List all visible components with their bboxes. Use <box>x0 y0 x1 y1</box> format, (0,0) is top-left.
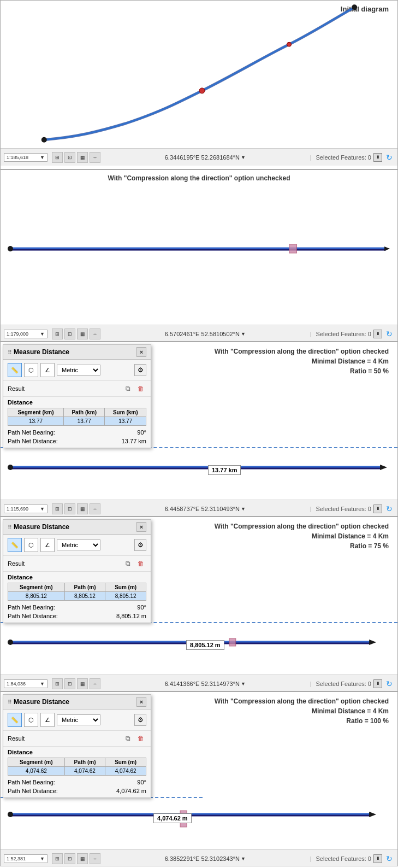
coord-display-3: 6.4458737°E 52.3110493°N ▼ <box>105 506 306 512</box>
distance-row-5: 4,074.62 4,074.62 4,074.62 <box>8 767 146 776</box>
dialog-bearing-5: Path Net Bearing: 90° <box>3 778 151 787</box>
refresh-btn-1[interactable]: ↻ <box>384 153 394 162</box>
measure-dialog-4: ⠿ Measure Distance × 📏 ⬡ ∠ Metric ⚙ Resu… <box>3 519 151 623</box>
pause-btn-1[interactable]: ⏸ <box>373 153 382 162</box>
zoom-full-btn-1[interactable]: ⊞ <box>52 152 63 163</box>
dialog-close-3[interactable]: × <box>136 347 146 357</box>
coord-display-5: 6.3852291°E 52.3102343°N ▼ <box>105 855 306 862</box>
path-svg-2 <box>1 170 397 325</box>
zoom-layer-btn-2[interactable]: ⊡ <box>64 329 75 339</box>
drag-handle-5: ⠿ <box>8 699 11 705</box>
metric-select-3[interactable]: Metric <box>57 365 100 376</box>
copy-icon-3[interactable]: ⧉ <box>122 383 133 394</box>
path-svg-1 <box>1 1 397 148</box>
scale-combo-3[interactable]: 1:115,690 ▼ <box>4 505 47 513</box>
scale-combo-2[interactable]: 1:179,000 ▼ <box>4 330 47 338</box>
scale-combo-4[interactable]: 1:84,036 ▼ <box>4 679 47 688</box>
angle-tool-3[interactable]: ∠ <box>40 363 55 377</box>
scale-value-2: 1:179,000 <box>7 331 28 337</box>
selected-info-4: Selected Features: 0 <box>316 681 371 687</box>
metric-select-4[interactable]: Metric <box>57 539 100 550</box>
pan-btn-2[interactable]: ↔ <box>90 329 100 339</box>
zoom-layer-btn-1[interactable]: ⊡ <box>64 152 75 163</box>
grid-btn-2[interactable]: ▦ <box>77 329 88 339</box>
angle-tool-5[interactable]: ∠ <box>40 713 55 727</box>
distance-table-5: Segment (m) Path (m) Sum (m) 4,074.62 4,… <box>8 758 146 776</box>
coord-arrow-1[interactable]: ▼ <box>241 155 246 160</box>
result-label-5: Result <box>8 735 25 742</box>
erase-icon-4[interactable]: 🗑 <box>135 558 146 569</box>
pause-btn-4[interactable]: ⏸ <box>373 679 382 688</box>
pause-btn-3[interactable]: ⏸ <box>373 505 382 513</box>
dialog-bearing-3: Path Net Bearing: 90° <box>3 428 151 437</box>
val3-3: 13.77 <box>105 417 146 426</box>
coord-arrow-3[interactable]: ▼ <box>241 506 246 512</box>
map-lines-5 <box>1 799 397 842</box>
panel-1: Initial diagram 1:185,618 ▼ ⊞ ⊡ ▦ ↔ 6.34… <box>0 0 398 169</box>
refresh-btn-2[interactable]: ↻ <box>384 329 394 339</box>
col2-header-4: Path (m) <box>64 583 105 592</box>
gear-btn-4[interactable]: ⚙ <box>134 539 146 551</box>
zoom-layer-btn-4[interactable]: ⊡ <box>64 678 75 689</box>
angle-tool-4[interactable]: ∠ <box>40 538 55 552</box>
area-tool-5[interactable]: ⬡ <box>24 713 38 727</box>
copy-icon-5[interactable]: ⧉ <box>122 733 133 744</box>
metric-select-5[interactable]: Metric <box>57 714 100 725</box>
dialog-close-5[interactable]: × <box>136 697 146 707</box>
selected-info-3: Selected Features: 0 <box>316 506 371 512</box>
grid-btn-3[interactable]: ▦ <box>77 503 88 514</box>
col3-header-3: Sum (km) <box>105 408 146 417</box>
dialog-toolbar-3: 📏 ⬡ ∠ Metric ⚙ <box>3 360 151 381</box>
svg-point-0 <box>41 137 47 143</box>
zoom-full-btn-2[interactable]: ⊞ <box>52 329 63 339</box>
dialog-title-4: Measure Distance <box>14 523 69 531</box>
grid-btn-4[interactable]: ▦ <box>77 678 88 689</box>
coord-arrow-2[interactable]: ▼ <box>241 331 246 337</box>
dialog-close-4[interactable]: × <box>136 522 146 532</box>
gear-btn-5[interactable]: ⚙ <box>134 714 146 726</box>
refresh-btn-4[interactable]: ↻ <box>384 679 394 689</box>
ruler-tool-4[interactable]: 📏 <box>8 538 22 552</box>
zoom-layer-btn-3[interactable]: ⊡ <box>64 503 75 514</box>
pan-btn-4[interactable]: ↔ <box>90 678 100 689</box>
svg-point-20 <box>8 812 13 817</box>
panel-3: With "Compression along the direction" o… <box>0 342 398 517</box>
scale-combo-1[interactable]: 1:185,618 ▼ <box>4 153 47 162</box>
val2-5: 4,074.62 <box>64 767 105 776</box>
copy-icon-4[interactable]: ⧉ <box>122 558 133 569</box>
pan-btn-1[interactable]: ↔ <box>90 152 100 163</box>
pause-btn-5[interactable]: ⏸ <box>373 854 382 863</box>
zoom-full-btn-3[interactable]: ⊞ <box>52 503 63 514</box>
erase-icon-3[interactable]: 🗑 <box>135 383 146 394</box>
col1-header-3: Segment (km) <box>8 408 64 417</box>
area-tool-4[interactable]: ⬡ <box>24 538 38 552</box>
svg-point-1 <box>352 4 357 10</box>
svg-marker-12 <box>380 465 387 470</box>
coord-arrow-4[interactable]: ▼ <box>241 681 246 687</box>
ruler-tool-3[interactable]: 📏 <box>8 363 22 377</box>
dialog-toolbar-5: 📏 ⬡ ∠ Metric ⚙ <box>3 709 151 731</box>
pan-btn-5[interactable]: ↔ <box>90 853 100 864</box>
panel3-title: With "Compression along the direction" o… <box>215 347 389 376</box>
refresh-btn-3[interactable]: ↻ <box>384 504 394 514</box>
dialog-title-3: Measure Distance <box>14 348 69 356</box>
zoom-full-btn-4[interactable]: ⊞ <box>52 678 63 689</box>
zoom-full-btn-5[interactable]: ⊞ <box>52 853 63 864</box>
refresh-btn-5[interactable]: ↻ <box>384 854 394 864</box>
status-bar-5: 1:52,381 ▼ ⊞ ⊡ ▦ ↔ 6.3852291°E 52.310234… <box>1 849 397 866</box>
pan-btn-3[interactable]: ↔ <box>90 503 100 514</box>
distance-row-4: 8,805.12 8,805.12 8,805.12 <box>8 592 146 601</box>
zoom-layer-btn-5[interactable]: ⊡ <box>64 853 75 864</box>
erase-icon-5[interactable]: 🗑 <box>135 733 146 744</box>
panel-2: With "Compression along the direction" o… <box>0 169 398 342</box>
scale-combo-5[interactable]: 1:52,381 ▼ <box>4 854 47 863</box>
ruler-tool-5[interactable]: 📏 <box>8 713 22 727</box>
grid-btn-1[interactable]: ▦ <box>77 152 88 163</box>
gear-btn-3[interactable]: ⚙ <box>134 364 146 376</box>
svg-rect-17 <box>229 638 236 646</box>
pause-btn-2[interactable]: ⏸ <box>373 330 382 338</box>
grid-btn-5[interactable]: ▦ <box>77 853 88 864</box>
coord-arrow-5[interactable]: ▼ <box>241 856 246 861</box>
scale-value-3: 1:115,690 <box>7 506 28 512</box>
area-tool-3[interactable]: ⬡ <box>24 363 38 377</box>
